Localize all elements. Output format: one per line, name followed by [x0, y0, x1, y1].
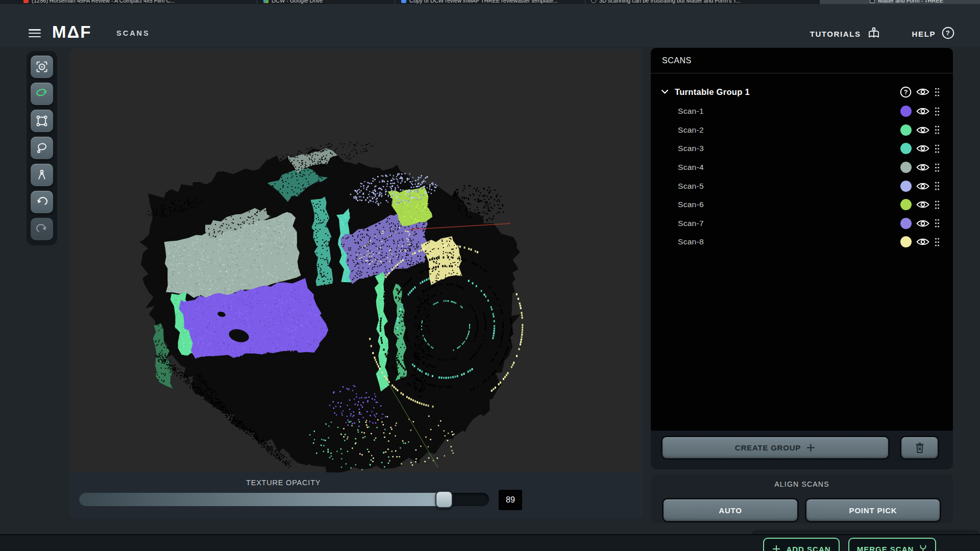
scan-list: SCANS Turntable Group 1 ?: [651, 48, 953, 431]
scan-name: Scan-2: [678, 126, 704, 135]
viewport-toolbar: [27, 51, 57, 245]
frame-view-tool-button[interactable]: [31, 56, 53, 78]
browser-tab[interactable]: 3D scanning can be frustrating but Matte…: [591, 0, 770, 4]
redo-tool-button[interactable]: [31, 218, 53, 240]
scan-visibility-eye-icon[interactable]: [916, 144, 929, 153]
scan-drag-handle[interactable]: [934, 181, 940, 191]
tutorials-book-icon: [867, 27, 880, 41]
align-scans-panel: ALIGN SCANS AUTO POINT PICK: [651, 474, 953, 523]
help-label: HELP: [912, 30, 936, 38]
auto-label: AUTO: [719, 506, 742, 515]
scan-drag-handle[interactable]: [934, 107, 940, 116]
help-button[interactable]: HELP ?: [912, 27, 954, 41]
plus-icon: [772, 544, 781, 551]
scan-name: Scan-6: [678, 200, 704, 209]
tab-separator: [257, 0, 257, 4]
group-name: Turntable Group 1: [675, 87, 750, 97]
scan-group-row[interactable]: Turntable Group 1 ?: [651, 82, 953, 102]
box-select-tool-button[interactable]: [31, 110, 53, 132]
scan-name: Scan-8: [678, 237, 704, 246]
scan-visibility-eye-icon[interactable]: [916, 126, 929, 135]
scan-row[interactable]: Scan-8: [651, 233, 953, 252]
scan-drag-handle[interactable]: [934, 125, 940, 135]
scan-drag-handle[interactable]: [934, 237, 940, 247]
scan-drag-handle[interactable]: [934, 200, 940, 210]
browser-tab-title: 3D scanning can be frustrating but Matte…: [599, 0, 741, 4]
group-info-icon[interactable]: ?: [900, 86, 912, 98]
scan-point-cloud[interactable]: [70, 49, 640, 472]
browser-tab[interactable]: DCW - Google Drive: [263, 0, 391, 4]
scan-name: Scan-7: [678, 219, 704, 228]
scan-rows: Scan-1Scan-2Scan-3Scan-4Scan-5Scan-6Scan…: [651, 102, 953, 252]
scan-drag-handle[interactable]: [934, 144, 940, 154]
group-visibility-eye-icon[interactable]: [916, 87, 929, 96]
menu-icon[interactable]: [29, 29, 41, 39]
lasso-select-tool-button[interactable]: [31, 137, 53, 159]
scan-name: Scan-3: [678, 144, 704, 153]
add-scan-button[interactable]: ADD SCAN: [763, 538, 840, 551]
align-auto-button[interactable]: AUTO: [664, 499, 797, 521]
browser-tab-title: Copy of DCW review inMAF THREE reviewast…: [409, 0, 558, 4]
scan-color-dot: [900, 218, 912, 229]
tab-separator: [395, 0, 395, 4]
help-question-icon: ?: [942, 27, 954, 41]
create-group-button[interactable]: CREATE GROUP: [663, 437, 888, 458]
scan-visibility-eye-icon[interactable]: [916, 163, 929, 172]
merge-scan-button[interactable]: MERGE SCAN: [848, 538, 936, 551]
scan-visibility-eye-icon[interactable]: [916, 237, 929, 246]
chevron-down-icon[interactable]: [661, 89, 669, 94]
merge-icon: [919, 544, 927, 551]
align-point-pick-button[interactable]: POINT PICK: [806, 499, 940, 521]
maf-logo[interactable]: MΔF: [52, 22, 91, 42]
scan-visibility-eye-icon[interactable]: [916, 219, 929, 228]
create-group-label: CREATE GROUP: [735, 443, 801, 452]
scan-drag-handle[interactable]: [934, 163, 940, 172]
orbit-tool-button[interactable]: [31, 83, 53, 105]
3d-viewport[interactable]: [70, 49, 640, 472]
scan-row[interactable]: Scan-3: [651, 139, 953, 158]
align-scans-title: ALIGN SCANS: [651, 480, 953, 488]
scan-color-dot: [900, 199, 912, 210]
texture-opacity-value: 89: [499, 490, 522, 510]
add-scan-label: ADD SCAN: [786, 545, 830, 551]
scan-visibility-eye-icon[interactable]: [916, 200, 929, 209]
scan-visibility-eye-icon[interactable]: [916, 182, 929, 191]
scan-row[interactable]: Scan-2: [651, 121, 953, 140]
scan-color-dot: [900, 181, 912, 192]
group-drag-handle[interactable]: [934, 87, 940, 97]
scan-row[interactable]: Scan-6: [651, 195, 953, 214]
undo-tool-button[interactable]: [31, 191, 53, 213]
scan-row[interactable]: Scan-1: [651, 102, 953, 121]
texture-opacity-label: TEXTURE OPACITY: [246, 479, 321, 487]
tutorials-button[interactable]: TUTORIALS: [810, 27, 880, 41]
browser-tab[interactable]: Matter and Form - THREE: [820, 0, 980, 4]
tutorials-label: TUTORIALS: [810, 30, 861, 38]
svg-text:?: ?: [904, 89, 908, 96]
slider-handle[interactable]: [435, 491, 453, 508]
browser-tab[interactable]: (1256) Horseman 45FA Review - A Compact …: [23, 0, 253, 4]
scans-panel: SCANS Turntable Group 1 ?: [651, 48, 953, 469]
browser-tab-title: Matter and Form - THREE: [878, 0, 943, 4]
scan-name: Scan-5: [678, 182, 704, 191]
scan-row[interactable]: Scan-4: [651, 158, 953, 177]
scan-visibility-eye-icon[interactable]: [916, 107, 929, 116]
app-header: MΔF SCANS TUTORIALS HELP ?: [0, 4, 980, 47]
app-window: (1256) Horseman 45FA Review - A Compact …: [0, 0, 980, 551]
browser-tab-title: (1256) Horseman 45FA Review - A Compact …: [32, 0, 175, 4]
scan-color-dot: [900, 162, 912, 173]
scan-drag-handle[interactable]: [934, 218, 940, 228]
scan-color-dot: [900, 106, 912, 117]
page-title: SCANS: [116, 29, 150, 37]
video-favicon: [591, 0, 596, 3]
texture-opacity-slider[interactable]: [79, 493, 489, 506]
scan-row[interactable]: Scan-5: [651, 177, 953, 195]
slider-fill: [79, 493, 444, 506]
scans-panel-title: SCANS: [651, 48, 953, 73]
browser-tab[interactable]: Copy of DCW review inMAF THREE reviewast…: [401, 0, 582, 4]
scan-row[interactable]: Scan-7: [651, 214, 953, 233]
browser-tab-title: DCW - Google Drive: [272, 0, 323, 4]
delete-scan-button[interactable]: [901, 437, 938, 458]
svg-text:?: ?: [946, 29, 951, 37]
youtube-favicon: [23, 0, 29, 3]
measure-tool-button[interactable]: [31, 164, 53, 186]
